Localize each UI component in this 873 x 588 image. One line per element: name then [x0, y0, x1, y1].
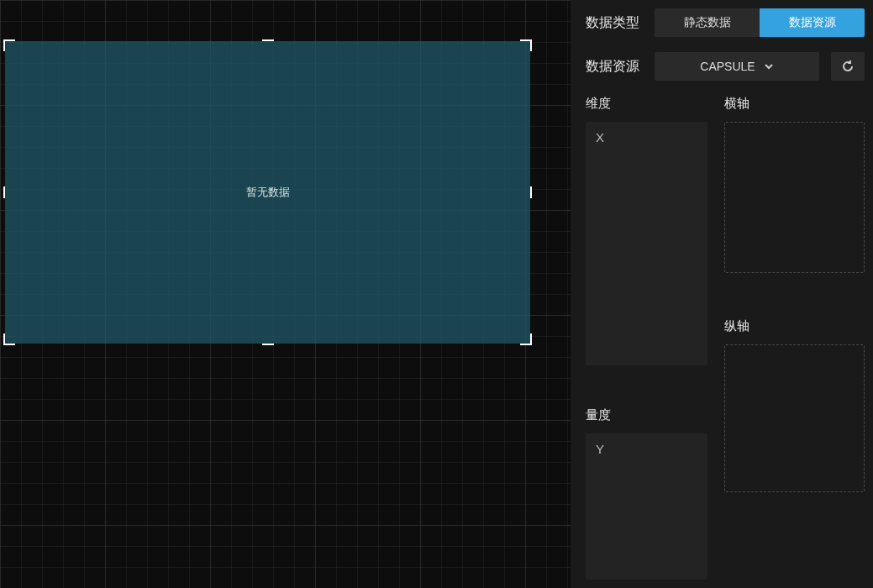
horizontal-axis-dropzone[interactable] [724, 122, 865, 273]
dimension-item[interactable]: X [596, 130, 697, 144]
chevron-down-icon [764, 61, 774, 71]
selection-corner-bl[interactable] [3, 333, 15, 345]
chart-placeholder[interactable]: 暂无数据 [5, 41, 530, 344]
measure-item[interactable]: Y [596, 442, 697, 456]
vertical-axis-dropzone[interactable] [724, 344, 865, 492]
axis-fields-column: 横轴 纵轴 [724, 96, 865, 580]
resource-dropdown[interactable]: CAPSULE [655, 52, 819, 81]
side-panel: 数据类型 静态数据 数据资源 数据资源 CAPSULE 维度 X [571, 0, 873, 588]
selection-handle-top[interactable] [262, 39, 274, 41]
data-resource-label: 数据资源 [586, 58, 643, 76]
dimension-box[interactable]: X [586, 122, 707, 365]
selection-corner-tl[interactable] [3, 39, 15, 51]
resource-dropdown-value: CAPSULE [700, 60, 755, 73]
static-data-button[interactable]: 静态数据 [655, 8, 760, 37]
horizontal-axis-label: 横轴 [724, 96, 865, 112]
selection-handle-left[interactable] [3, 186, 5, 198]
no-data-text: 暂无数据 [246, 185, 290, 200]
selection-handle-bottom[interactable] [262, 344, 274, 345]
selection-handle-right[interactable] [530, 186, 532, 198]
refresh-icon [841, 60, 855, 73]
data-type-segmented: 静态数据 数据资源 [655, 8, 865, 37]
data-type-label: 数据类型 [586, 14, 643, 32]
data-resource-button[interactable]: 数据资源 [760, 8, 865, 37]
data-resource-row: 数据资源 CAPSULE [586, 52, 865, 81]
canvas-area[interactable]: 暂无数据 [0, 0, 571, 588]
fields-area: 维度 X 量度 Y 横轴 纵轴 [586, 96, 865, 580]
selection-corner-br[interactable] [520, 333, 532, 345]
vertical-axis-label: 纵轴 [724, 318, 865, 334]
refresh-button[interactable] [831, 52, 865, 81]
measure-box[interactable]: Y [586, 433, 707, 580]
data-type-row: 数据类型 静态数据 数据资源 [586, 8, 865, 37]
source-fields-column: 维度 X 量度 Y [586, 96, 707, 580]
selection-corner-tr[interactable] [520, 39, 532, 51]
measure-label: 量度 [586, 407, 707, 423]
dimension-label: 维度 [586, 96, 707, 112]
